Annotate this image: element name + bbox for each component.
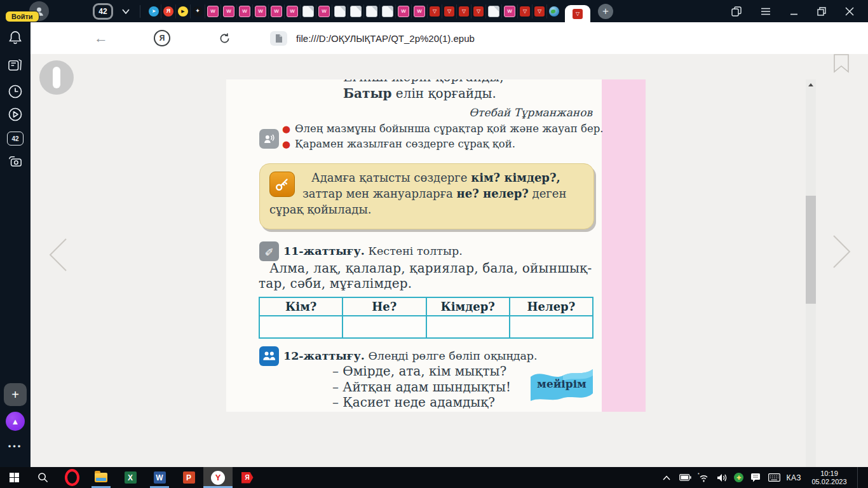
address-bar[interactable]: file:///D:/ОҚУЛЫҚТАР/QT_2p%20(1).epub — [296, 33, 475, 44]
yandex-logo-icon[interactable]: Я — [154, 30, 170, 46]
reload-button[interactable] — [219, 32, 231, 44]
notifications-bell-icon[interactable] — [8, 30, 22, 45]
reader-tab[interactable]: ▽ — [518, 4, 532, 18]
bookmark-flag-icon[interactable] — [833, 54, 850, 76]
taskbar-word[interactable]: W — [145, 467, 174, 488]
back-button[interactable]: ← — [94, 30, 108, 46]
alice-assistant-icon[interactable]: ▲ — [6, 412, 25, 431]
yandex-icon: Я — [163, 6, 173, 17]
table-empty-row — [259, 316, 593, 338]
doc-tab[interactable] — [332, 4, 348, 18]
reader-icon: ▽ — [573, 9, 583, 19]
wifi-icon[interactable]: * — [697, 473, 710, 482]
battery-icon[interactable] — [679, 474, 691, 481]
page-pink-margin — [602, 79, 646, 412]
taskbar-powerpoint[interactable]: P — [174, 467, 203, 488]
scrollbar-track[interactable] — [806, 79, 816, 467]
sidebar-more-icon[interactable]: ••• — [8, 442, 23, 451]
scrollbar-thumb[interactable] — [806, 196, 816, 304]
doc-tab[interactable] — [380, 4, 396, 18]
pencil-icon: ✎ — [259, 241, 279, 261]
book-icon: W — [223, 6, 234, 17]
antivirus-icon[interactable]: ✚ — [734, 473, 743, 482]
show-desktop-button[interactable] — [864, 467, 867, 488]
menu-icon[interactable] — [761, 8, 771, 15]
volume-icon[interactable] — [715, 473, 728, 482]
previous-page-arrow[interactable] — [47, 237, 69, 273]
powerpoint-icon: P — [183, 471, 195, 484]
doc-icon — [366, 6, 377, 17]
touch-keyboard-icon[interactable] — [768, 473, 780, 482]
reader-tab[interactable]: ▽ — [442, 4, 457, 18]
minimize-icon[interactable] — [790, 8, 798, 15]
book-tab[interactable]: W — [412, 4, 428, 18]
globe-tab[interactable] — [547, 4, 561, 18]
chevron-down-icon[interactable] — [118, 4, 133, 19]
reader-tab[interactable]: ▽ — [532, 4, 547, 18]
restore-icon[interactable] — [817, 7, 826, 16]
book-tab[interactable]: W — [221, 4, 237, 18]
reader-tab[interactable]: ▽ — [428, 4, 442, 18]
reader-tab[interactable]: ▽ — [457, 4, 471, 18]
table-cell — [510, 316, 593, 338]
language-indicator[interactable]: КАЗ — [786, 473, 801, 482]
taskbar-yandex-browser[interactable]: Y — [203, 467, 233, 488]
doc-tab[interactable] — [301, 4, 316, 18]
book-icon: W — [239, 6, 250, 17]
poem-line: – Өмірде, ата, кім мықты? — [332, 363, 511, 379]
active-tab[interactable]: ▽ — [565, 5, 590, 22]
taskbar-file-explorer[interactable] — [86, 467, 116, 488]
book-tab[interactable]: W — [396, 4, 412, 18]
book-tab[interactable]: W — [253, 4, 269, 18]
telegram-tab[interactable]: ➤ — [147, 4, 161, 18]
taskbar-clock[interactable]: 10:19 05.02.2023 — [807, 470, 851, 486]
screenshot-camera-icon[interactable] — [8, 154, 23, 168]
tray-expand-icon[interactable] — [660, 475, 673, 480]
bullet-icon: ● — [282, 123, 290, 135]
taskbar-excel[interactable]: X — [116, 467, 145, 488]
sparkle-tab[interactable]: ✦ — [191, 4, 205, 18]
browser-toolbar: ← Я file:///D:/ОҚУЛЫҚТАР/QT_2p%20(1).epu… — [25, 22, 868, 54]
table-header: Нелер? — [510, 297, 593, 316]
start-button[interactable] — [0, 467, 28, 488]
reader-tab[interactable]: ▽ — [471, 4, 486, 18]
book-tab[interactable]: W — [269, 4, 285, 18]
history-clock-icon[interactable] — [8, 84, 23, 99]
taskbar-search-button[interactable] — [28, 467, 57, 488]
tab-panels-icon[interactable] — [731, 6, 742, 17]
doc-tab[interactable] — [486, 4, 502, 18]
doc-tab[interactable] — [364, 4, 380, 18]
play-icon: ▶ — [178, 6, 188, 17]
tabs-panel-icon[interactable]: 42 — [7, 132, 24, 146]
taskbar-opera[interactable] — [57, 467, 86, 488]
book-tab[interactable]: W — [502, 4, 518, 18]
tab-count-value: 42 — [95, 5, 111, 18]
book-tab[interactable]: W — [285, 4, 301, 18]
reader-content: Егінші жерін қорғайды, Батыр елін қорғай… — [31, 54, 868, 467]
book-tab[interactable]: W — [237, 4, 253, 18]
bullet-icon: ● — [282, 139, 290, 150]
login-badge[interactable]: Войти — [5, 11, 39, 22]
video-play-icon[interactable] — [8, 107, 23, 122]
rule-box: Адамға қатысты сөздерге кім? кімдер?, за… — [259, 163, 594, 229]
next-page-arrow[interactable] — [831, 234, 853, 269]
task-item: ●Қарамен жазылған сөздерге сұрақ қой. — [282, 137, 603, 152]
new-tab-button[interactable]: + — [598, 4, 613, 19]
taskbar-yandex-app[interactable]: Я — [233, 467, 262, 488]
play-tab[interactable]: ▶ — [176, 4, 191, 18]
tab-favicons: ➤Я▶✦WWWWWWWWW▽▽▽▽W▽▽▽▽ЯЯЯA▽Я✆Я⋯ — [147, 0, 561, 22]
page-file-icon[interactable] — [270, 31, 287, 46]
key-icon — [269, 172, 295, 197]
sidebar-add-button[interactable]: + — [4, 383, 27, 406]
book-tab[interactable]: W — [316, 4, 332, 18]
tab-counter[interactable]: 42 — [93, 3, 133, 20]
book-tab[interactable]: W — [205, 4, 221, 18]
feedback-hub-icon[interactable] — [749, 473, 762, 482]
close-icon[interactable] — [845, 7, 854, 16]
scrollbar-up-arrow[interactable] — [808, 83, 813, 86]
collections-icon[interactable] — [8, 58, 23, 72]
scroll-indicator[interactable] — [39, 60, 74, 95]
yandex-tab[interactable]: Я — [161, 4, 176, 18]
doc-tab[interactable] — [348, 4, 364, 18]
exercise12-heading: 12-жаттығу. Өлеңді рөлге бөліп оқыңдар. — [283, 349, 538, 362]
